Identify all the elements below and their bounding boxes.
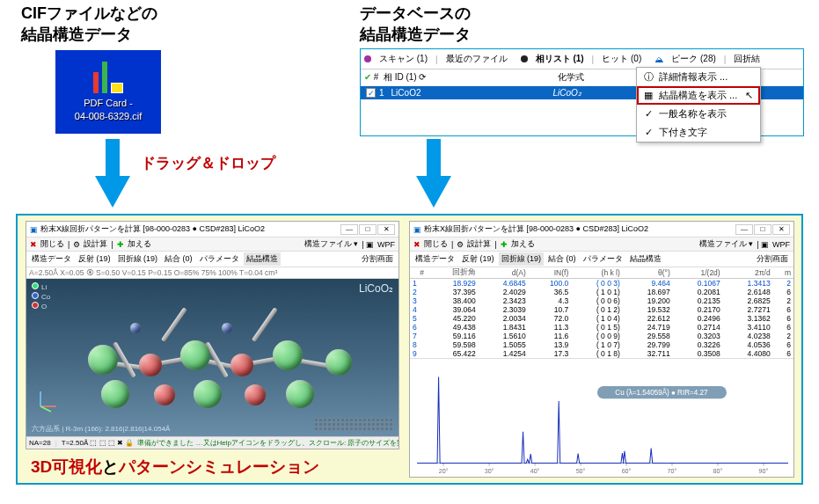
legend: Li Co O [32,282,50,312]
periodic-table-mini [314,418,393,431]
info-icon: ⓘ [642,71,654,84]
tab-struct[interactable]: 構造データ [413,252,457,266]
menu-show-structure[interactable]: ▦結晶構造を表示 ...↖ [637,86,760,105]
phase-name: LiCoO2 [391,88,421,98]
dropdown-structfile[interactable]: 構造ファイル ▾ [698,238,755,250]
menu-show-name[interactable]: ✓一般名称を表示 [637,105,760,123]
tab-diff[interactable]: 回折結 [731,51,763,67]
btn-add[interactable]: 加える [127,238,152,250]
maximize-button[interactable]: □ [754,224,771,235]
params-3d: A=2.50Å X=0.05 ⦿ S=0.50 V=0.15 P=0.15 O=… [26,267,399,279]
app-icon: ▣ [413,225,421,234]
menu-detail-label: 詳細情報表示 ... [659,70,728,84]
peak-icon: ⛰ [654,55,663,64]
status-msg: 準備ができました …又はHelpアイコンをドラッグし、スクロール: 原子のサイズ… [137,438,399,448]
reflection-table[interactable]: #回折角d(A)IN(f)(h k l)θ(°)1/(2d)2π/dm 118.… [410,267,793,358]
context-menu[interactable]: ⓘ詳細情報表示 ... ▦結晶構造を表示 ...↖ ✓一般名称を表示 ✓下付き文… [636,67,761,142]
tab-param[interactable]: パラメータ [581,252,625,266]
btn-add[interactable]: 加える [510,238,536,250]
separator: | [724,55,727,64]
tab-struct[interactable]: 構造データ [29,252,74,266]
btn-split[interactable]: 分割画面 [359,252,396,266]
window-pattern[interactable]: ▣ 粉末X線回折パターンを計算 [98-000-0283 ● CSD#283] … [409,221,794,478]
arrow-left [95,139,130,208]
tab-peak[interactable]: ピーク (28) [669,51,719,67]
tab-param[interactable]: パラメータ [197,252,242,266]
btn-open[interactable]: 開じる [423,238,449,250]
tab-bond[interactable]: 結合 (0) [162,252,195,266]
svg-marker-1 [416,139,451,208]
btn-wpf[interactable]: WPF [771,240,791,249]
btn-open[interactable]: 開じる [40,238,65,250]
separator: | [435,55,438,64]
svg-line-4 [40,406,51,412]
legend-li: Li [41,283,47,291]
btn-calc[interactable]: 設計算 [83,238,108,250]
tab-phaselist[interactable]: 相リスト (1) [533,51,587,67]
cif-heading-1: CIFファイルなどの [21,3,157,24]
caption-3d: 3D可視化 [31,457,102,476]
toolbar-pattern[interactable]: ✖ 開じる |⚙ 設計算 |✚ 加える 構造ファイル ▾ | ▣WPF [410,237,793,252]
tab-crystal[interactable]: 結晶構造 [627,252,664,266]
plus-icon[interactable]: ✚ [116,240,125,249]
cif-heading-2: 結晶構造データ [21,24,132,45]
minimize-button[interactable]: — [340,224,358,235]
legend-co: Co [41,293,50,301]
tab-recent[interactable]: 最近のファイル [443,51,510,67]
check-icon: ✓ [642,108,654,121]
svg-text:30°: 30° [485,468,494,475]
structure-icon: ▦ [642,90,654,102]
svg-text:20°: 20° [439,468,449,475]
phase-checkbox[interactable]: ✓ [366,88,376,98]
diffraction-plot[interactable]: 20°30°40°50°60°70°80°90°Cu (λ=1.54059Å) … [410,358,793,477]
tab-refl[interactable]: 反射 (19) [76,252,113,266]
title-pattern: 粉末X線回折パターンを計算 [98-000-0283 ● CSD#283] Li… [424,223,648,235]
close-button[interactable]: ✕ [772,224,790,235]
tab-scan[interactable]: スキャン (1) [377,51,430,67]
svg-text:70°: 70° [668,468,677,475]
svg-marker-0 [95,139,130,208]
status-t: T=2.50Å [62,439,88,447]
dropdown-structfile[interactable]: 構造ファイル ▾ [303,238,360,250]
menu-subscript-label: 下付き文字 [659,126,707,139]
redx-icon[interactable]: ✖ [413,240,421,249]
refresh-icon[interactable]: ⟳ [419,72,426,82]
cif-filename-2: 04-008-6329.cif [75,110,142,122]
svg-text:80°: 80° [713,468,723,475]
redx-icon[interactable]: ✖ [29,240,38,249]
tab-diff[interactable]: 回折線 (19) [499,252,545,266]
minimize-button[interactable]: — [735,224,753,235]
svg-text:90°: 90° [759,468,769,475]
gear-icon[interactable]: ⚙ [456,240,464,249]
subtabs-3d[interactable]: 構造データ 反射 (19) 回折線 (19) 結合 (0) パラメータ 結晶構造… [26,252,399,267]
separator: | [592,55,595,64]
svg-text:60°: 60° [622,468,632,475]
tab-crystal[interactable]: 結晶構造 [244,252,281,266]
gear-icon[interactable]: ⚙ [72,240,81,249]
tab-refl[interactable]: 反射 (19) [459,252,497,266]
btn-wpf[interactable]: WPF [377,240,396,249]
menu-subscript[interactable]: ✓下付き文字 [637,123,760,142]
tab-bond[interactable]: 結合 (0) [545,252,579,266]
3d-viewport[interactable]: LiCoO₂ Li Co O 六方晶系 | [26,279,399,436]
titlebar-pattern: ▣ 粉末X線回折パターンを計算 [98-000-0283 ● CSD#283] … [410,222,793,237]
db-heading-1: データベースの [360,3,471,24]
menu-show-name-label: 一般名称を表示 [659,107,727,121]
btn-split[interactable]: 分割画面 [754,252,791,266]
menu-detail[interactable]: ⓘ詳細情報表示 ... [637,68,760,86]
subtabs-pattern[interactable]: 構造データ 反射 (19) 回折線 (19) 結合 (0) パラメータ 結晶構造… [410,252,793,267]
maximize-button[interactable]: □ [359,224,377,235]
check-icon: ✔ [364,72,371,82]
svg-text:50°: 50° [576,468,586,475]
close-button[interactable]: ✕ [377,224,395,235]
window-3d-viewer[interactable]: ▣ 粉末X線回折パターンを計算 [98-000-0283 ● CSD#283] … [26,221,399,449]
check-icon: ✓ [642,127,654,139]
toolbar-3d[interactable]: ✖ 開じる |⚙ 設計算 |✚ 加える 構造ファイル ▾ | ▣WPF [26,237,399,252]
cif-file-icon[interactable]: PDF Card - 04-008-6329.cif [55,50,161,134]
tab-diff[interactable]: 回折線 (19) [115,252,161,266]
tab-hit[interactable]: ヒット (0) [599,51,644,67]
cif-filename-1: PDF Card - [84,97,133,109]
btn-calc[interactable]: 設計算 [466,238,492,250]
statusbar-3d: NA=28 | T=2.50Å ⬚ ⬚ ⬚ ✖ 🔒 準備ができました …又はHe… [26,436,399,449]
plus-icon[interactable]: ✚ [500,240,508,249]
